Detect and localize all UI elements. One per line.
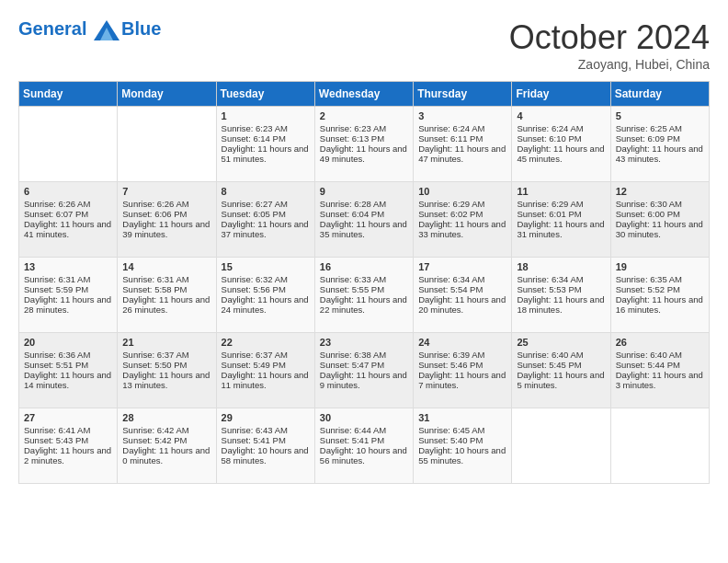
daylight-text: Daylight: 11 hours and 5 minutes. (517, 370, 605, 390)
sunrise-text: Sunrise: 6:36 AM (24, 350, 112, 360)
sunrise-text: Sunrise: 6:26 AM (24, 199, 112, 209)
sunset-text: Sunset: 6:13 PM (320, 133, 408, 144)
day-header-sunday: Sunday (19, 82, 118, 107)
sunset-text: Sunset: 5:46 PM (418, 360, 506, 370)
sunset-text: Sunset: 5:51 PM (24, 360, 112, 370)
sunrise-text: Sunrise: 6:35 AM (616, 274, 704, 284)
calendar-cell: 28Sunrise: 6:42 AMSunset: 5:42 PMDayligh… (118, 408, 216, 484)
logo-text: General (18, 18, 119, 40)
calendar-cell: 11Sunrise: 6:29 AMSunset: 6:01 PMDayligh… (512, 182, 610, 258)
day-number: 3 (418, 110, 506, 121)
sunset-text: Sunset: 6:11 PM (418, 133, 506, 144)
day-number: 25 (517, 337, 605, 348)
sunrise-text: Sunrise: 6:26 AM (122, 199, 210, 209)
day-header-tuesday: Tuesday (216, 82, 314, 107)
sunrise-text: Sunrise: 6:40 AM (517, 350, 605, 360)
sunrise-text: Sunrise: 6:45 AM (418, 425, 506, 435)
daylight-text: Daylight: 10 hours and 58 minutes. (222, 445, 310, 465)
calendar-cell: 26Sunrise: 6:40 AMSunset: 5:44 PMDayligh… (610, 333, 709, 408)
sunset-text: Sunset: 5:49 PM (222, 360, 310, 370)
sunrise-text: Sunrise: 6:29 AM (517, 199, 605, 209)
daylight-text: Daylight: 10 hours and 56 minutes. (320, 445, 408, 465)
day-header-wednesday: Wednesday (314, 82, 413, 107)
daylight-text: Daylight: 11 hours and 33 minutes. (418, 219, 506, 239)
sunset-text: Sunset: 6:00 PM (616, 209, 704, 219)
daylight-text: Daylight: 11 hours and 51 minutes. (222, 144, 310, 164)
sunset-text: Sunset: 5:45 PM (517, 360, 605, 370)
logo-general: General (18, 18, 86, 39)
sunset-text: Sunset: 5:54 PM (418, 284, 506, 294)
sunrise-text: Sunrise: 6:38 AM (320, 350, 408, 360)
daylight-text: Daylight: 11 hours and 30 minutes. (616, 219, 704, 239)
day-number: 16 (320, 261, 408, 272)
sunrise-text: Sunrise: 6:23 AM (222, 123, 310, 133)
week-row-5: 27Sunrise: 6:41 AMSunset: 5:43 PMDayligh… (19, 408, 710, 484)
day-number: 4 (517, 110, 605, 121)
daylight-text: Daylight: 11 hours and 11 minutes. (222, 370, 310, 390)
day-number: 31 (418, 412, 506, 423)
calendar-cell: 16Sunrise: 6:33 AMSunset: 5:55 PMDayligh… (314, 258, 413, 333)
sunrise-text: Sunrise: 6:34 AM (418, 274, 506, 284)
daylight-text: Daylight: 11 hours and 26 minutes. (122, 294, 210, 315)
sunset-text: Sunset: 5:50 PM (122, 360, 210, 370)
week-row-3: 13Sunrise: 6:31 AMSunset: 5:59 PMDayligh… (19, 258, 710, 333)
daylight-text: Daylight: 11 hours and 18 minutes. (517, 294, 605, 315)
calendar-cell: 14Sunrise: 6:31 AMSunset: 5:58 PMDayligh… (118, 258, 216, 333)
sunset-text: Sunset: 5:47 PM (320, 360, 408, 370)
calendar-cell (118, 107, 216, 182)
sunset-text: Sunset: 6:10 PM (517, 133, 605, 144)
day-header-monday: Monday (118, 82, 216, 107)
day-number: 13 (24, 261, 112, 272)
sunrise-text: Sunrise: 6:24 AM (517, 123, 605, 133)
calendar-cell: 20Sunrise: 6:36 AMSunset: 5:51 PMDayligh… (19, 333, 118, 408)
daylight-text: Daylight: 11 hours and 0 minutes. (122, 445, 210, 465)
sunset-text: Sunset: 5:59 PM (24, 284, 112, 294)
day-header-thursday: Thursday (414, 82, 512, 107)
day-number: 17 (418, 261, 506, 272)
sunset-text: Sunset: 6:01 PM (517, 209, 605, 219)
sunrise-text: Sunrise: 6:34 AM (517, 274, 605, 284)
calendar-cell: 6Sunrise: 6:26 AMSunset: 6:07 PMDaylight… (19, 182, 118, 258)
day-number: 11 (517, 186, 605, 197)
sunset-text: Sunset: 6:02 PM (418, 209, 506, 219)
daylight-text: Daylight: 11 hours and 22 minutes. (320, 294, 408, 315)
daylight-text: Daylight: 11 hours and 2 minutes. (24, 445, 112, 465)
daylight-text: Daylight: 11 hours and 3 minutes. (616, 370, 704, 390)
day-number: 21 (122, 337, 210, 348)
daylight-text: Daylight: 11 hours and 49 minutes. (320, 144, 408, 164)
calendar-cell: 27Sunrise: 6:41 AMSunset: 5:43 PMDayligh… (19, 408, 118, 484)
daylight-text: Daylight: 11 hours and 28 minutes. (24, 294, 112, 315)
week-row-4: 20Sunrise: 6:36 AMSunset: 5:51 PMDayligh… (19, 333, 710, 408)
daylight-text: Daylight: 11 hours and 37 minutes. (222, 219, 310, 239)
calendar-cell: 2Sunrise: 6:23 AMSunset: 6:13 PMDaylight… (314, 107, 413, 182)
sunrise-text: Sunrise: 6:23 AM (320, 123, 408, 133)
calendar-cell: 3Sunrise: 6:24 AMSunset: 6:11 PMDaylight… (414, 107, 512, 182)
page-header: General Blue October 2024 Zaoyang, Hubei… (18, 18, 710, 72)
daylight-text: Daylight: 10 hours and 55 minutes. (418, 445, 506, 465)
sunrise-text: Sunrise: 6:31 AM (122, 274, 210, 284)
calendar-cell: 12Sunrise: 6:30 AMSunset: 6:00 PMDayligh… (610, 182, 709, 258)
sunrise-text: Sunrise: 6:42 AM (122, 425, 210, 435)
day-number: 23 (320, 337, 408, 348)
sunset-text: Sunset: 5:58 PM (122, 284, 210, 294)
daylight-text: Daylight: 11 hours and 20 minutes. (418, 294, 506, 315)
day-number: 10 (418, 186, 506, 197)
title-area: October 2024 Zaoyang, Hubei, China (509, 18, 710, 72)
calendar-cell: 22Sunrise: 6:37 AMSunset: 5:49 PMDayligh… (216, 333, 314, 408)
daylight-text: Daylight: 11 hours and 7 minutes. (418, 370, 506, 390)
calendar-cell: 31Sunrise: 6:45 AMSunset: 5:40 PMDayligh… (414, 408, 512, 484)
logo-icon (94, 20, 119, 40)
sunset-text: Sunset: 5:53 PM (517, 284, 605, 294)
sunset-text: Sunset: 5:40 PM (418, 435, 506, 445)
week-row-1: 1Sunrise: 6:23 AMSunset: 6:14 PMDaylight… (19, 107, 710, 182)
day-number: 9 (320, 186, 408, 197)
week-row-2: 6Sunrise: 6:26 AMSunset: 6:07 PMDaylight… (19, 182, 710, 258)
header-row: SundayMondayTuesdayWednesdayThursdayFrid… (19, 82, 710, 107)
daylight-text: Daylight: 11 hours and 35 minutes. (320, 219, 408, 239)
sunrise-text: Sunrise: 6:37 AM (222, 350, 310, 360)
daylight-text: Daylight: 11 hours and 41 minutes. (24, 219, 112, 239)
sunset-text: Sunset: 6:06 PM (122, 209, 210, 219)
day-number: 24 (418, 337, 506, 348)
calendar-cell: 10Sunrise: 6:29 AMSunset: 6:02 PMDayligh… (414, 182, 512, 258)
sunrise-text: Sunrise: 6:41 AM (24, 425, 112, 435)
